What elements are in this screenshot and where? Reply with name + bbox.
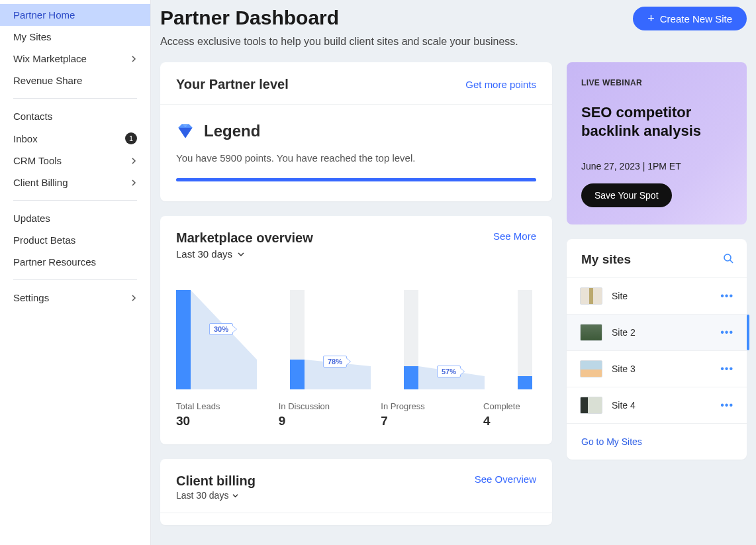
level-progress-fill — [176, 178, 536, 181]
nav-label: My Sites — [13, 31, 137, 42]
site-name: Site 3 — [612, 364, 711, 374]
go-to-my-sites-link[interactable]: Go to My Sites — [581, 436, 642, 447]
marketplace-period-dropdown[interactable]: Last 30 days — [176, 248, 313, 260]
site-row[interactable]: Site 3 ••• — [567, 350, 747, 387]
level-name: Legend — [204, 122, 260, 140]
create-new-site-button[interactable]: + Create New Site — [633, 7, 747, 30]
chart-stage — [518, 283, 536, 389]
stage-value: 30 — [176, 414, 279, 428]
chart-stage: 57% — [404, 283, 518, 389]
svg-marker-0 — [191, 290, 257, 389]
more-actions-icon[interactable]: ••• — [720, 290, 733, 302]
promo-date: June 27, 2023 | 1PM ET — [581, 161, 732, 172]
client-billing-card: Client billing Last 30 days See Overview — [160, 459, 552, 525]
period-label: Last 30 days — [176, 490, 228, 501]
chart-bar-bg — [290, 290, 305, 389]
nav-label: Client Billing — [13, 177, 130, 188]
client-billing-see-overview-link[interactable]: See Overview — [475, 473, 536, 485]
nav-label: Wix Marketplace — [13, 53, 130, 64]
nav-partner-home[interactable]: Partner Home — [0, 4, 150, 26]
conversion-tag: 30% — [209, 323, 233, 335]
nav-label: Updates — [13, 213, 137, 224]
nav-product-betas[interactable]: Product Betas — [0, 229, 150, 251]
conversion-tag: 78% — [323, 356, 347, 368]
plus-icon: + — [647, 13, 655, 25]
level-description: You have 5900 points. You have reached t… — [176, 152, 536, 164]
divider — [13, 98, 137, 99]
nav-revenue-share[interactable]: Revenue Share — [0, 70, 150, 91]
get-more-points-link[interactable]: Get more points — [465, 79, 536, 90]
chevron-right-icon — [130, 56, 137, 62]
main-content: Partner Dashboard + Create New Site Acce… — [151, 0, 756, 545]
nav-label: Inbox — [13, 133, 125, 144]
site-thumbnail — [580, 397, 602, 414]
chart-bar-bg — [518, 290, 532, 389]
stage-value: 4 — [483, 414, 536, 428]
site-row[interactable]: Site ••• — [567, 277, 747, 314]
chart-stage: 30% — [176, 283, 290, 389]
nav-contacts[interactable]: Contacts — [0, 105, 150, 127]
marketplace-title: Marketplace overview — [176, 230, 313, 246]
partner-level-title: Your Partner level — [176, 77, 289, 92]
level-progress-bar — [176, 178, 536, 181]
marketplace-see-more-link[interactable]: See More — [493, 230, 536, 242]
nav-updates[interactable]: Updates — [0, 207, 150, 229]
chart-bar-bg — [404, 290, 418, 389]
nav-partner-resources[interactable]: Partner Resources — [0, 251, 150, 273]
chart-bar-fill — [518, 376, 532, 389]
nav-wix-marketplace[interactable]: Wix Marketplace — [0, 48, 150, 70]
more-actions-icon[interactable]: ••• — [720, 399, 733, 411]
chart-bar-fill — [176, 290, 191, 389]
promo-title: SEO competitor backlink analysis — [581, 103, 732, 140]
chevron-down-icon — [232, 493, 238, 499]
marketplace-overview-card: Marketplace overview Last 30 days See Mo… — [160, 216, 552, 444]
stage-name: Total Leads — [176, 401, 279, 411]
chart-bar-fill — [404, 366, 418, 389]
nav-label: Partner Resources — [13, 256, 137, 268]
search-icon[interactable] — [723, 253, 733, 266]
conversion-tag: 57% — [437, 366, 461, 377]
inbox-badge: 1 — [125, 132, 137, 144]
sidebar: Partner Home My Sites Wix Marketplace Re… — [0, 0, 151, 545]
site-thumbnail — [580, 360, 602, 377]
funnel-chart: 30% 78% — [176, 283, 536, 389]
site-row[interactable]: Site 2 ••• — [567, 314, 747, 350]
create-btn-label: Create New Site — [660, 13, 732, 25]
nav-label: Settings — [13, 292, 130, 303]
more-actions-icon[interactable]: ••• — [720, 326, 733, 338]
client-billing-title: Client billing — [176, 473, 256, 489]
nav-settings[interactable]: Settings — [0, 287, 150, 309]
promo-tag: LIVE WEBINAR — [581, 78, 732, 87]
stage-value: 9 — [279, 414, 381, 428]
chart-bar-bg — [176, 290, 191, 389]
site-row[interactable]: Site 4 ••• — [567, 387, 747, 423]
client-billing-period-dropdown[interactable]: Last 30 days — [176, 490, 256, 501]
site-name: Site 2 — [612, 327, 711, 338]
page-subtitle: Access exclusive tools to help you build… — [160, 36, 747, 48]
chart-bar-fill — [290, 360, 305, 389]
nav-my-sites[interactable]: My Sites — [0, 26, 150, 48]
stage-label: Total Leads 30 — [176, 401, 279, 428]
chevron-right-icon — [130, 295, 137, 301]
save-your-spot-button[interactable]: Save Your Spot — [581, 183, 672, 207]
my-sites-title: My sites — [581, 252, 631, 267]
page-title: Partner Dashboard — [160, 7, 339, 29]
stage-label: In Discussion 9 — [279, 401, 381, 428]
more-actions-icon[interactable]: ••• — [720, 363, 733, 375]
stage-name: In Discussion — [279, 401, 381, 411]
nav-label: Partner Home — [13, 9, 137, 21]
site-name: Site 4 — [612, 400, 711, 411]
diamond-icon — [176, 122, 195, 140]
nav-label: Product Betas — [13, 234, 137, 246]
stage-value: 7 — [381, 414, 483, 428]
nav-crm-tools[interactable]: CRM Tools — [0, 150, 150, 172]
site-thumbnail — [580, 324, 602, 341]
chart-stage: 78% — [290, 283, 404, 389]
period-label: Last 30 days — [176, 248, 232, 260]
site-name: Site — [612, 291, 711, 301]
nav-client-billing[interactable]: Client Billing — [0, 172, 150, 193]
divider — [13, 200, 137, 201]
nav-inbox[interactable]: Inbox 1 — [0, 127, 150, 150]
chevron-right-icon — [130, 179, 137, 186]
chevron-right-icon — [130, 158, 137, 164]
